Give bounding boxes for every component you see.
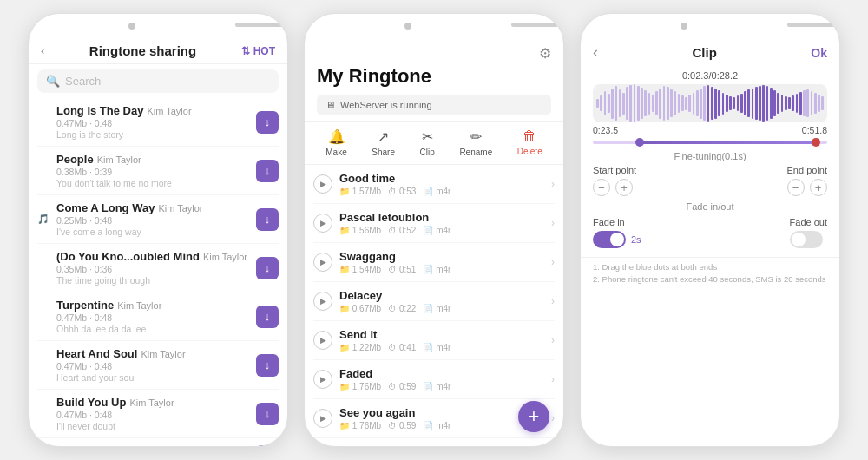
- chevron-right-icon: ›: [551, 295, 555, 307]
- waveform-bar: [711, 87, 713, 120]
- rename-icon: ✏: [470, 128, 482, 145]
- fade-in-control: Fade in 2s: [593, 217, 641, 248]
- play-button[interactable]: ▶: [313, 174, 332, 194]
- my-ringtone-title: My Ringtone: [305, 62, 563, 91]
- list-item[interactable]: (Do You Kno...oubled Mind Kim Taylor 0.3…: [37, 244, 279, 292]
- hot-button[interactable]: ⇅ HOT: [241, 45, 275, 57]
- toolbar-item-make[interactable]: 🔔Make: [326, 128, 346, 157]
- waveform-bar: [799, 92, 802, 115]
- toolbar-item-clip[interactable]: ✂Clip: [420, 128, 435, 157]
- list-item[interactable]: Turpentine Kim Taylor 0.47Mb · 0:48 Ohhh…: [37, 292, 279, 341]
- list-item[interactable]: People Kim Taylor 0.38Mb · 0:39 You don'…: [37, 147, 279, 195]
- waveform-bar: [637, 86, 640, 121]
- download-button[interactable]: ↓: [256, 111, 279, 134]
- waveform-bar: [747, 89, 750, 117]
- duration: ⏱ 0:53: [388, 187, 416, 196]
- slider-right-dot[interactable]: [812, 138, 820, 147]
- toolbar-item-delete[interactable]: 🗑Delete: [517, 128, 542, 157]
- share-label: Share: [372, 148, 395, 157]
- artist-name: Kim Taylor: [203, 252, 247, 262]
- toolbar-item-share[interactable]: ↗Share: [372, 128, 395, 157]
- phone-3: ‹ Clip Ok 0:02.3/0:28.2 0:23.5 0:51.8 Fi…: [580, 13, 840, 447]
- waveform-bar: [615, 86, 617, 121]
- item-info: Pascal letoublon 📁 1.56Mb ⏱ 0:52 📄 m4r: [339, 211, 544, 235]
- download-button[interactable]: ↓: [256, 208, 279, 231]
- end-point-control: End point − +: [787, 165, 827, 196]
- list-item[interactable]: Build You Up Kim Taylor 0.47Mb · 0:48 I'…: [37, 390, 279, 438]
- item-info: Delacey 📁 0.67Mb ⏱ 0:22 📄 m4r: [339, 289, 544, 313]
- settings-icon[interactable]: ⚙: [539, 45, 551, 62]
- download-button[interactable]: ↓: [256, 306, 279, 328]
- play-button[interactable]: ▶: [313, 214, 332, 233]
- p2-toolbar: 🔔Make↗Share✂Clip✏Rename🗑Delete: [305, 121, 563, 165]
- p3-header: ‹ Clip Ok: [581, 36, 839, 67]
- play-button[interactable]: ▶: [313, 331, 332, 350]
- waveform[interactable]: [593, 84, 827, 122]
- hint-text: 1. Drag the blue dots at both ends: [593, 261, 827, 273]
- item-info: Come A Long Way Kim Taylor 0.25Mb · 0:48…: [56, 201, 249, 237]
- ringtone-list: Long Is The Day Kim Taylor 0.47Mb · 0:48…: [29, 98, 287, 446]
- toolbar-item-rename[interactable]: ✏Rename: [459, 128, 492, 157]
- waveform-bar: [667, 87, 669, 120]
- file-size: 📁 1.76Mb: [339, 382, 381, 391]
- format: 📄 m4r: [423, 343, 450, 352]
- server-status-bar: 🖥 WebServer is running: [317, 95, 551, 115]
- waveform-bar: [811, 91, 813, 115]
- fade-in-value: 2s: [631, 234, 641, 245]
- play-button[interactable]: ▶: [313, 370, 332, 389]
- waveform-bar: [814, 93, 817, 114]
- download-button[interactable]: ↓: [256, 445, 279, 446]
- slider-fill: [640, 141, 816, 144]
- ok-button[interactable]: Ok: [811, 46, 827, 60]
- download-button[interactable]: ↓: [256, 354, 279, 377]
- play-button[interactable]: ▶: [313, 292, 332, 311]
- item-meta: 📁 1.54Mb ⏱ 0:51 📄 m4r: [339, 265, 544, 274]
- slider-left-dot[interactable]: [635, 138, 644, 147]
- start-point-minus[interactable]: −: [593, 179, 610, 196]
- play-button[interactable]: ▶: [313, 253, 332, 272]
- song-name: Heart And Soul: [56, 347, 137, 360]
- play-button[interactable]: ▶: [313, 409, 332, 428]
- waveform-bar: [670, 89, 673, 117]
- waveform-bar: [681, 95, 684, 111]
- list-item[interactable]: 🎵 Come A Long Way Kim Taylor 0.25Mb · 0:…: [37, 195, 279, 244]
- list-item[interactable]: ▶ Swaggang 📁 1.54Mb ⏱ 0:51 📄 m4r ›: [313, 243, 555, 282]
- camera-icon-1: [128, 23, 135, 30]
- list-item[interactable]: Long Is The Day Kim Taylor 0.47Mb · 0:48…: [37, 98, 279, 147]
- chevron-right-icon: ›: [551, 178, 555, 190]
- search-bar[interactable]: 🔍 Search: [37, 69, 279, 93]
- song-name: Turpentine: [56, 299, 114, 312]
- back-button-1[interactable]: ‹: [41, 44, 44, 57]
- list-item[interactable]: ▶ Send it 📁 1.22Mb ⏱ 0:41 📄 m4r ›: [313, 321, 555, 360]
- item-desc: Long is the story: [56, 129, 249, 140]
- waveform-bar: [759, 86, 761, 121]
- item-desc: You don't talk to me no more: [56, 178, 249, 188]
- back-button-3[interactable]: ‹: [593, 43, 598, 62]
- list-item[interactable]: ▶ Good time 📁 1.57Mb ⏱ 0:53 📄 m4r ›: [313, 165, 555, 204]
- list-item[interactable]: Who Is Golden Kim Taylor 0.35Mb · 0:36 ↓: [37, 438, 279, 446]
- time-end-label: 0:51.8: [802, 125, 827, 135]
- add-fab-button[interactable]: +: [518, 401, 549, 432]
- waveform-bar: [740, 94, 743, 113]
- waveform-bar: [762, 85, 765, 122]
- list-item[interactable]: ▶ Pascal letoublon 📁 1.56Mb ⏱ 0:52 📄 m4r…: [313, 204, 555, 243]
- download-button[interactable]: ↓: [256, 160, 279, 182]
- clip-slider[interactable]: [593, 141, 827, 144]
- notch-bar-1: [235, 23, 287, 27]
- end-point-plus[interactable]: +: [810, 179, 827, 196]
- download-button[interactable]: ↓: [256, 403, 279, 425]
- end-point-minus[interactable]: −: [787, 179, 805, 196]
- duration: ⏱ 0:51: [388, 265, 416, 274]
- duration: ⏱ 0:41: [388, 343, 416, 352]
- artist-name: Kim Taylor: [158, 203, 202, 214]
- fade-out-toggle[interactable]: [790, 231, 823, 248]
- list-item[interactable]: ▶ Faded 📁 1.76Mb ⏱ 0:59 📄 m4r ›: [313, 360, 555, 399]
- download-button[interactable]: ↓: [256, 257, 279, 279]
- list-item[interactable]: Heart And Soul Kim Taylor 0.47Mb · 0:48 …: [37, 341, 279, 390]
- fade-in-toggle[interactable]: [593, 231, 626, 248]
- waveform-bar: [611, 89, 614, 119]
- list-item[interactable]: ▶ Delacey 📁 0.67Mb ⏱ 0:22 📄 m4r ›: [313, 282, 555, 321]
- waveform-bar: [714, 89, 717, 119]
- start-point-plus[interactable]: +: [615, 179, 633, 196]
- waveform-bar: [770, 88, 773, 119]
